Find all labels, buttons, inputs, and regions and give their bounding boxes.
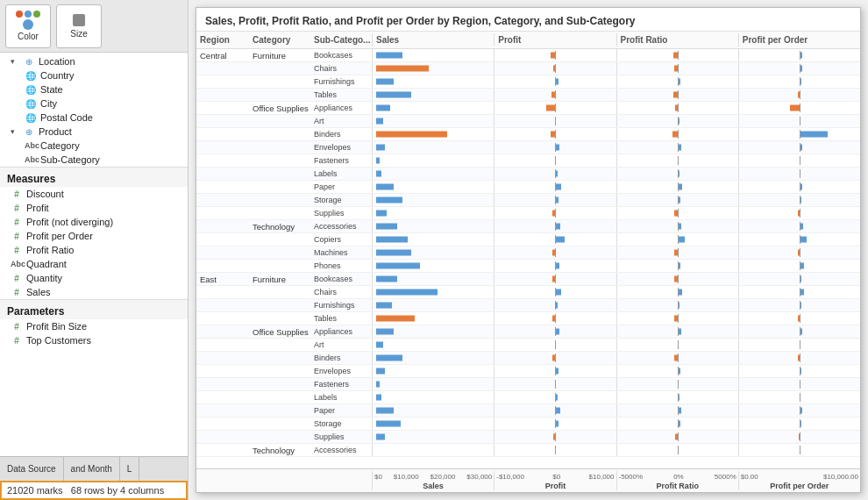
sales-bar-cell [372, 299, 494, 311]
l-tab[interactable]: L [120, 457, 140, 481]
header-region: Region [196, 33, 249, 46]
data-source-tab[interactable]: Data Source [0, 457, 64, 481]
table-row: Furnishings [196, 299, 860, 312]
bar-cell [494, 273, 615, 285]
region-cell [196, 107, 249, 109]
category-cell [249, 291, 310, 293]
sales-bar-cell [372, 220, 494, 232]
country-field[interactable]: 🌐 Country [0, 68, 188, 82]
sales-bar-cell [372, 181, 494, 193]
region-cell [196, 252, 249, 254]
bar-cell [494, 75, 615, 88]
bar-cell [494, 260, 615, 272]
subcategory-cell: Chairs [310, 287, 372, 297]
hash-icon-sales: # [11, 288, 23, 297]
bar-cell [738, 246, 860, 259]
bar-cell [738, 260, 860, 272]
table-row: TechnologyAccessories [196, 444, 860, 457]
bar-cell [494, 102, 615, 114]
profit-label: Profit [26, 203, 49, 213]
bar-cell [494, 220, 615, 232]
table-row: Chairs [196, 62, 860, 75]
ppo-axis-title: Profit per Order [741, 482, 858, 490]
table-row: Fasteners [196, 154, 860, 168]
location-group-item[interactable]: ▾ ⊕ Location [0, 54, 188, 68]
bar-cell [494, 378, 615, 390]
table-row: Office SuppliesAppliances [196, 325, 860, 339]
profit-ratio-field[interactable]: # Profit Ratio [0, 243, 188, 257]
sales-bar-cell [372, 128, 494, 140]
table-row: Office SuppliesAppliances [196, 102, 860, 115]
category-cell: Furniture [249, 50, 310, 61]
profit-bin-size-label: Profit Bin Size [26, 321, 87, 332]
subcategory-cell: Machines [310, 247, 372, 258]
region-cell [196, 199, 249, 201]
category-cell [249, 146, 310, 148]
region-cell: Central [196, 50, 249, 61]
bar-cell [616, 365, 738, 377]
sales-bar-cell [372, 62, 494, 75]
discount-field[interactable]: # Discount [0, 187, 188, 201]
category-field[interactable]: Abc Category [0, 139, 188, 153]
chart-title: Sales, Profit, Profit Ratio, and Profit … [196, 8, 860, 32]
top-customers-field[interactable]: # Top Customers [0, 333, 188, 347]
discount-label: Discount [26, 189, 64, 199]
profit-ratio-axis-title: Profit Ratio [619, 482, 736, 490]
table-row: Fasteners [196, 378, 860, 391]
category-cell [249, 383, 310, 385]
bar-cell [738, 391, 860, 404]
chart-window: Sales, Profit, Profit Ratio, and Profit … [196, 7, 861, 493]
product-group-item[interactable]: ▾ ⊕ Product [0, 125, 188, 139]
color-button[interactable]: Color [5, 4, 51, 48]
profit-bin-size-field[interactable]: # Profit Bin Size [0, 319, 188, 333]
bar-cell [738, 418, 860, 430]
sales-field[interactable]: # Sales [0, 285, 188, 299]
sales-bar-cell [372, 286, 494, 298]
globe-icon-city: 🌐 [25, 99, 37, 109]
category-cell [249, 423, 310, 425]
hash-icon-pr: # [11, 246, 23, 255]
sub-category-field[interactable]: Abc Sub-Category [0, 153, 188, 167]
bar-cell [616, 444, 738, 456]
header-profit: Profit [494, 33, 615, 46]
category-cell [249, 410, 310, 411]
abc-icon-quadrant: Abc [11, 260, 23, 268]
subcategory-cell: Bookcases [310, 274, 372, 284]
table-row: TechnologyAccessories [196, 220, 860, 233]
category-cell [249, 318, 310, 319]
city-field[interactable]: 🌐 City [0, 96, 188, 111]
sales-bar-cell [372, 418, 494, 430]
table-row: Machines [196, 246, 860, 260]
bar-cell [738, 75, 860, 88]
state-field[interactable]: 🌐 State [0, 82, 188, 96]
bar-cell [616, 325, 738, 338]
profit-per-order-field[interactable]: # Profit per Order [0, 229, 188, 243]
bar-cell [616, 49, 738, 61]
table-row: Phones [196, 260, 860, 273]
bar-cell [494, 286, 615, 298]
bar-cell [738, 141, 860, 154]
region-cell [196, 225, 249, 227]
profit-field[interactable]: # Profit [0, 201, 188, 215]
bar-cell [494, 404, 615, 417]
category-cell [249, 396, 310, 398]
region-cell [196, 120, 249, 122]
subcategory-cell: Appliances [310, 103, 372, 113]
product-group-icon: ⊕ [23, 127, 35, 137]
sales-bar-cell [372, 246, 494, 259]
subcategory-cell: Supplies [310, 208, 372, 218]
profit-not-div-field[interactable]: # Profit (not diverging) [0, 215, 188, 229]
table-row: EastFurnitureBookcases [196, 273, 860, 286]
collapse-arrow: ▾ [11, 57, 19, 66]
bar-cell [616, 115, 738, 127]
quadrant-field[interactable]: Abc Quadrant [0, 257, 188, 271]
bar-cell [616, 233, 738, 246]
and-month-tab[interactable]: and Month [64, 457, 120, 481]
quantity-field[interactable]: # Quantity [0, 271, 188, 285]
postal-code-field[interactable]: 🌐 Postal Code [0, 111, 188, 125]
bar-cell [494, 233, 615, 246]
bar-cell [738, 404, 860, 417]
ppo-axis: $0.00 $10,000.00 Profit per Order [738, 471, 860, 490]
subcategory-cell: Labels [310, 392, 372, 403]
size-button[interactable]: Size [56, 4, 102, 48]
